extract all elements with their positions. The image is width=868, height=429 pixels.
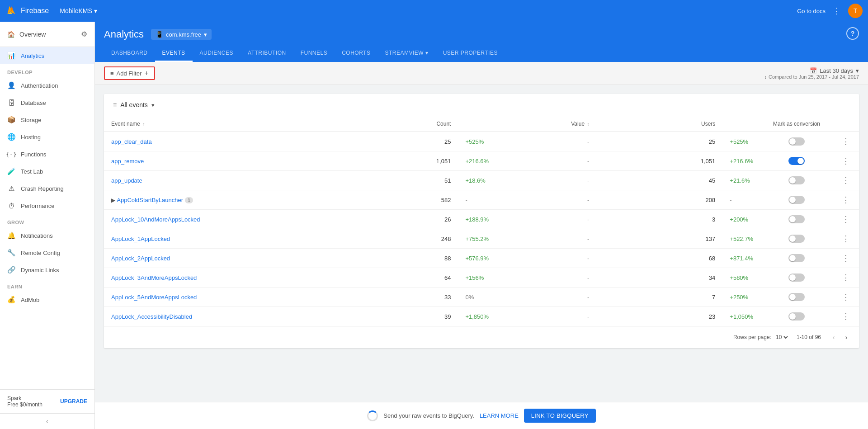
content-area: Analytics 📱 com.kms.free ▾ ? DASHBOARD E… <box>95 22 868 429</box>
tab-streamview[interactable]: STREAMVIEW ▾ <box>377 45 435 62</box>
tab-dashboard[interactable]: DASHBOARD <box>104 45 155 62</box>
link-to-bigquery-button[interactable]: LINK TO BIGQUERY <box>524 409 596 423</box>
conversion-toggle[interactable] <box>788 312 805 321</box>
col-header-users[interactable]: Users <box>632 116 722 132</box>
compare-text: Compared to Jun 25, 2017 - Jul 24, 2017 <box>769 74 859 80</box>
tab-events[interactable]: EVENTS <box>155 45 193 62</box>
collapse-sidebar-button[interactable]: ‹ <box>0 413 94 429</box>
sidebar-item-database[interactable]: 🗄 Database <box>0 94 94 111</box>
conversion-toggle[interactable] <box>788 137 805 146</box>
event-name-link[interactable]: app_update <box>111 177 142 184</box>
col-header-value[interactable]: Value ↕ <box>496 116 596 132</box>
event-more-button[interactable]: ⋮ <box>840 136 852 147</box>
sidebar-item-crash-reporting-label: Crash Reporting <box>21 185 64 192</box>
event-more-button[interactable]: ⋮ <box>840 233 852 244</box>
next-page-button[interactable]: › <box>841 332 852 343</box>
add-filter-button[interactable]: ≡ Add Filter + <box>104 66 155 80</box>
conversion-toggle[interactable] <box>788 254 805 262</box>
event-name-link[interactable]: AppLock_AccessibilityDisabled <box>111 313 192 320</box>
date-range-selector[interactable]: 📅 Last 30 days ▾ <box>810 67 859 74</box>
add-filter-plus-icon: + <box>144 69 148 77</box>
event-more-button[interactable]: ⋮ <box>840 214 852 225</box>
event-name-link[interactable]: app_clear_data <box>111 138 152 145</box>
event-more-button[interactable]: ⋮ <box>840 311 852 322</box>
event-value: - <box>496 229 596 249</box>
brand[interactable]: Firebase <box>5 5 49 17</box>
sidebar-item-storage[interactable]: 📦 Storage <box>0 111 94 128</box>
learn-more-link[interactable]: LEARN MORE <box>480 412 519 419</box>
sidebar-item-authentication[interactable]: 👤 Authentication <box>0 77 94 94</box>
event-name-link[interactable]: AppLock_10AndMoreAppsLocked <box>111 216 200 223</box>
event-users: 68 <box>632 249 722 268</box>
tab-user-properties[interactable]: USER PROPERTIES <box>436 45 505 62</box>
event-users-change: +522.7% <box>722 229 760 249</box>
rows-per-page-select[interactable]: 10 25 50 <box>774 334 789 341</box>
conversion-toggle[interactable] <box>788 273 805 282</box>
conversion-toggle[interactable] <box>788 293 805 301</box>
tab-attribution[interactable]: ATTRIBUTION <box>241 45 293 62</box>
admob-icon: 💰 <box>7 296 15 304</box>
event-more-button[interactable]: ⋮ <box>840 175 852 186</box>
avatar[interactable]: T <box>848 4 863 18</box>
tab-cohorts[interactable]: COHORTS <box>335 45 377 62</box>
sidebar-item-dynamic-links[interactable]: 🔗 Dynamic Links <box>0 261 94 278</box>
col-header-event-name[interactable]: Event name ↑ <box>104 116 368 132</box>
project-selector[interactable]: MobileKMS ▾ <box>56 5 101 16</box>
conversion-toggle[interactable] <box>788 196 805 204</box>
sidebar-item-remote-config[interactable]: 🔧 Remote Config <box>0 244 94 261</box>
tab-funnels[interactable]: FUNNELS <box>293 45 335 62</box>
event-count-change: +576.9% <box>458 249 496 268</box>
sidebar-item-hosting[interactable]: 🌐 Hosting <box>0 128 94 146</box>
settings-icon[interactable]: ⚙ <box>81 30 87 38</box>
help-icon[interactable]: ? <box>846 27 859 40</box>
event-name-link[interactable]: AppLock_1AppLocked <box>111 236 170 242</box>
sidebar-item-analytics[interactable]: 📊 Analytics <box>0 47 94 64</box>
event-conversion-cell <box>760 307 833 326</box>
conversion-toggle[interactable] <box>788 215 805 223</box>
event-conversion-cell <box>760 151 833 171</box>
event-more-button[interactable]: ⋮ <box>840 292 852 302</box>
sidebar-item-admob[interactable]: 💰 AdMob <box>0 291 94 308</box>
sidebar-item-performance[interactable]: ⏱ Performance <box>0 197 94 214</box>
all-events-chevron-icon[interactable]: ▾ <box>151 102 155 108</box>
more-options-icon[interactable]: ⋮ <box>833 6 841 16</box>
sidebar-item-notifications[interactable]: 🔔 Notifications <box>0 227 94 244</box>
event-users: 208 <box>632 190 722 210</box>
analytics-header: Analytics 📱 com.kms.free ▾ ? DASHBOARD E… <box>95 22 868 62</box>
event-name-link[interactable]: AppLock_3AndMoreAppsLocked <box>111 274 197 281</box>
sidebar-item-crash-reporting[interactable]: ⚠ Crash Reporting <box>0 180 94 197</box>
sidebar-item-functions[interactable]: {-} Functions <box>0 146 94 163</box>
go-to-docs-link[interactable]: Go to docs <box>797 8 826 14</box>
event-count: 64 <box>368 268 458 288</box>
event-users: 23 <box>632 307 722 326</box>
event-users: 34 <box>632 268 722 288</box>
event-count: 88 <box>368 249 458 268</box>
event-more-button[interactable]: ⋮ <box>840 156 852 166</box>
upgrade-button[interactable]: UPGRADE <box>60 398 87 405</box>
plan-info: Spark Free $0/month <box>7 395 42 408</box>
overview-label: Overview <box>19 31 46 38</box>
event-count-change: +755.2% <box>458 229 496 249</box>
event-more-button[interactable]: ⋮ <box>840 272 852 283</box>
sidebar-item-test-lab[interactable]: 🧪 Test Lab <box>0 163 94 180</box>
app-selector-icon: 📱 <box>156 31 163 38</box>
date-range-compare: ↕ Compared to Jun 25, 2017 - Jul 24, 201… <box>764 74 859 80</box>
event-value: - <box>496 249 596 268</box>
app-selector[interactable]: 📱 com.kms.free ▾ <box>151 29 212 40</box>
conversion-toggle[interactable] <box>788 235 805 243</box>
event-more-button[interactable]: ⋮ <box>840 194 852 205</box>
sidebar-item-overview[interactable]: 🏠 Overview <box>7 31 46 38</box>
event-more-button[interactable]: ⋮ <box>840 253 852 264</box>
event-more-cell: ⋮ <box>833 132 859 151</box>
event-name-link[interactable]: app_remove <box>111 158 144 165</box>
event-name-link[interactable]: AppLock_2AppLocked <box>111 255 170 262</box>
event-name-link[interactable]: AppColdStartByLauncher <box>117 197 183 203</box>
expand-icon[interactable]: ▶ <box>111 197 117 203</box>
conversion-toggle[interactable] <box>788 157 805 165</box>
tab-audiences[interactable]: AUDIENCES <box>193 45 241 62</box>
prev-page-button[interactable]: ‹ <box>828 332 839 343</box>
conversion-toggle[interactable] <box>788 176 805 184</box>
event-value: - <box>496 288 596 307</box>
col-header-count[interactable]: Count <box>368 116 458 132</box>
event-name-link[interactable]: AppLock_5AndMoreAppsLocked <box>111 294 197 301</box>
